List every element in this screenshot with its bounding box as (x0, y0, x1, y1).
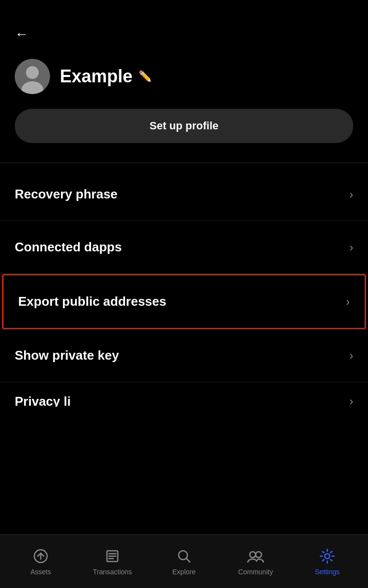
bottom-nav: Assets Transactions Explor (0, 534, 368, 588)
community-nav-label: Community (238, 568, 273, 576)
community-icon (247, 547, 264, 565)
svg-point-11 (250, 552, 256, 558)
settings-nav-label: Settings (315, 568, 340, 576)
avatar-placeholder-icon (15, 59, 50, 94)
nav-item-community[interactable]: Community (220, 542, 291, 581)
connected-dapps-chevron-icon: › (349, 241, 353, 254)
transactions-icon (104, 547, 121, 565)
header: ← Example ✏️ Set up profile (0, 0, 368, 158)
nav-item-assets[interactable]: Assets (5, 542, 77, 581)
svg-point-13 (325, 554, 330, 559)
explore-nav-label: Explore (172, 568, 195, 576)
menu-item-partial[interactable]: Privacy li › (0, 382, 368, 407)
menu-list: Recovery phrase › Connected dapps › Expo… (0, 168, 368, 588)
profile-name: Example (60, 66, 132, 87)
menu-item-show-private-key[interactable]: Show private key › (0, 329, 368, 382)
nav-item-settings[interactable]: Settings (291, 542, 363, 581)
nav-item-transactions[interactable]: Transactions (77, 542, 148, 581)
explore-icon (175, 547, 193, 565)
menu-item-connected-dapps[interactable]: Connected dapps › (0, 221, 368, 274)
profile-section: Example ✏️ (15, 59, 353, 94)
svg-point-1 (26, 66, 39, 79)
edit-icon[interactable]: ✏️ (138, 70, 152, 83)
header-divider (0, 163, 368, 163)
screen: ← Example ✏️ Set up profile Recovery phr… (0, 0, 368, 588)
assets-nav-label: Assets (30, 568, 51, 576)
connected-dapps-label: Connected dapps (15, 240, 122, 255)
svg-line-10 (186, 559, 190, 562)
transactions-nav-label: Transactions (93, 568, 132, 576)
show-private-key-chevron-icon: › (349, 349, 353, 363)
recovery-phrase-label: Recovery phrase (15, 187, 118, 202)
setup-profile-button[interactable]: Set up profile (15, 109, 353, 143)
export-public-addresses-chevron-icon: › (346, 295, 350, 309)
nav-item-explore[interactable]: Explore (148, 542, 220, 581)
back-arrow-icon: ← (15, 26, 28, 42)
partial-item-label: Privacy li (15, 394, 71, 407)
show-private-key-label: Show private key (15, 348, 119, 363)
export-public-addresses-label: Export public addresses (18, 294, 166, 309)
menu-item-recovery-phrase[interactable]: Recovery phrase › (0, 168, 368, 221)
back-button[interactable]: ← (15, 24, 34, 44)
partial-item-chevron-icon: › (349, 394, 353, 407)
menu-item-export-public-addresses[interactable]: Export public addresses › (2, 274, 366, 329)
avatar (15, 59, 50, 94)
recovery-phrase-chevron-icon: › (349, 188, 353, 201)
assets-icon (32, 547, 50, 565)
svg-point-12 (256, 552, 262, 558)
settings-icon (318, 547, 336, 565)
profile-name-row: Example ✏️ (60, 66, 152, 87)
